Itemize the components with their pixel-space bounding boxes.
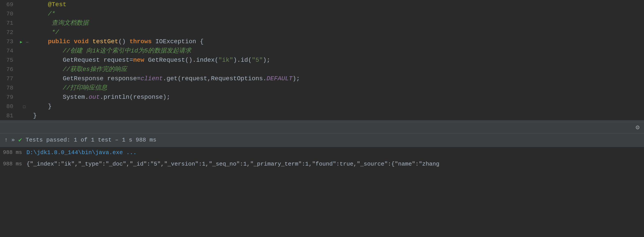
code-line: 73▶― public void testGet() throws IOExce… xyxy=(0,37,644,46)
code-token: "5" xyxy=(252,57,263,64)
code-token xyxy=(33,10,48,17)
line-number: 73 xyxy=(0,38,18,46)
time-cell: 988 ms xyxy=(0,160,26,168)
code-token xyxy=(70,38,74,45)
code-line: 74 //创建 向ik这个索引中id为5的数据发起请求 xyxy=(0,46,644,56)
line-content: } xyxy=(31,102,644,111)
line-content: //打印响应信息 xyxy=(31,83,644,92)
bookmark-icon[interactable]: ― xyxy=(25,40,30,45)
code-token: //打印响应信息 xyxy=(63,84,107,91)
editor-area: 69 @Test70 /*71 查询文档数据72 */73▶― public v… xyxy=(0,0,644,120)
line-number: 72 xyxy=(0,28,18,37)
code-token: */ xyxy=(48,29,59,36)
code-line: 79 System.out.println(response); xyxy=(0,92,644,102)
code-token: GetRequest request= xyxy=(33,57,133,64)
line-content: @Test xyxy=(31,0,644,9)
scroll-up-icon[interactable]: ↑ xyxy=(4,136,8,144)
line-content: //获取es操作完的响应 xyxy=(31,65,644,74)
code-token: /* xyxy=(48,10,55,17)
code-token: ); xyxy=(263,57,270,64)
code-token: public xyxy=(48,38,70,45)
code-token: () xyxy=(118,38,130,45)
line-number: 80 xyxy=(0,102,18,111)
code-token xyxy=(33,38,48,45)
code-line: 71 查询文档数据 xyxy=(0,18,644,28)
code-line: 78 //打印响应信息 xyxy=(0,83,644,92)
output-rows: 988 msD:\jdk1.8.0_144\bin\java.exe ...98… xyxy=(0,147,644,170)
code-token: GetResponse response= xyxy=(33,75,140,82)
output-row: 988 msD:\jdk1.8.0_144\bin\java.exe ... xyxy=(0,147,644,158)
line-number: 71 xyxy=(0,19,18,28)
line-number: 75 xyxy=(0,56,18,64)
code-token xyxy=(33,84,63,91)
code-token: } xyxy=(33,112,37,119)
code-token: System. xyxy=(33,94,89,100)
code-token: } xyxy=(33,103,52,110)
line-number: 79 xyxy=(0,93,18,102)
output-content: {"_index":"ik","_type":"_doc","_id":"5",… xyxy=(26,160,644,168)
code-token: ).id( xyxy=(233,57,252,64)
line-gutter: ▶― xyxy=(18,40,31,45)
time-cell: 988 ms xyxy=(0,148,26,156)
code-token xyxy=(33,66,63,73)
line-number: 70 xyxy=(0,10,18,18)
line-content: public void testGet() throws IOException… xyxy=(31,37,644,46)
code-line: 80□ } xyxy=(0,102,644,111)
code-token xyxy=(89,38,92,45)
line-content: /* xyxy=(31,9,644,18)
line-number: 74 xyxy=(0,47,18,55)
double-arrow-icon[interactable]: » xyxy=(12,136,15,144)
code-token: client xyxy=(140,75,163,82)
code-line: 70 /* xyxy=(0,9,644,18)
line-content: } xyxy=(31,111,644,120)
code-token: void xyxy=(74,38,89,45)
code-token xyxy=(33,29,48,36)
code-token xyxy=(33,48,63,54)
output-row: 988 ms{"_index":"ik","_type":"_doc","_id… xyxy=(0,158,644,170)
output-panel: ⚙ ↑ » ✔ Tests passed: 1 of 1 test – 1 s … xyxy=(0,122,644,170)
line-content: GetRequest request=new GetRequest().inde… xyxy=(31,56,644,65)
code-line: 76 //获取es操作完的响应 xyxy=(0,65,644,74)
output-content: D:\jdk1.8.0_144\bin\java.exe ... xyxy=(26,148,644,157)
output-toolbar: ⚙ xyxy=(0,122,644,134)
line-number: 69 xyxy=(0,0,18,9)
line-gutter: □ xyxy=(18,104,31,110)
test-status-text: Tests passed: 1 of 1 test – 1 s 988 ms xyxy=(26,136,156,144)
code-token: //创建 向ik这个索引中id为5的数据发起请求 xyxy=(63,48,191,54)
code-token: throws xyxy=(130,38,152,45)
code-token: DEFAULT xyxy=(267,75,293,82)
line-content: //创建 向ik这个索引中id为5的数据发起请求 xyxy=(31,46,644,56)
code-token: 查询文档数据 xyxy=(48,20,89,26)
panel-divider xyxy=(0,120,644,122)
code-line: 75 GetRequest request=new GetRequest().i… xyxy=(0,56,644,65)
test-pass-icon: ✔ xyxy=(18,136,22,145)
code-token: out xyxy=(89,94,100,100)
code-token: IOException { xyxy=(152,38,204,45)
code-container: 69 @Test70 /*71 查询文档数据72 */73▶― public v… xyxy=(0,0,644,120)
code-token: @Test xyxy=(48,1,66,8)
code-line: 77 GetResponse response=client.get(reque… xyxy=(0,74,644,83)
line-content: GetResponse response=client.get(request,… xyxy=(31,74,644,83)
line-content: System.out.println(response); xyxy=(31,92,644,102)
code-token xyxy=(33,1,48,8)
code-token: "ik" xyxy=(218,57,233,64)
code-token: .get(request,RequestOptions. xyxy=(163,75,266,82)
code-line: 81} xyxy=(0,111,644,120)
run-icon[interactable]: ▶ xyxy=(18,40,24,45)
code-token: //获取es操作完的响应 xyxy=(63,66,127,73)
line-content: */ xyxy=(31,28,644,37)
line-number: 76 xyxy=(0,65,18,74)
settings-icon[interactable]: ⚙ xyxy=(636,123,640,133)
code-token: GetRequest().index( xyxy=(144,57,218,64)
code-token: .println(response); xyxy=(100,94,170,100)
code-line: 69 @Test xyxy=(0,0,644,9)
bookmark-small-icon: □ xyxy=(22,104,27,110)
code-token: new xyxy=(133,57,144,64)
test-status-bar: ↑ » ✔ Tests passed: 1 of 1 test – 1 s 98… xyxy=(0,134,644,147)
code-token xyxy=(33,20,48,26)
code-token: ); xyxy=(292,75,300,82)
line-content: 查询文档数据 xyxy=(31,18,644,28)
code-line: 72 */ xyxy=(0,28,644,37)
line-number: 78 xyxy=(0,84,18,92)
line-number: 81 xyxy=(0,112,18,120)
